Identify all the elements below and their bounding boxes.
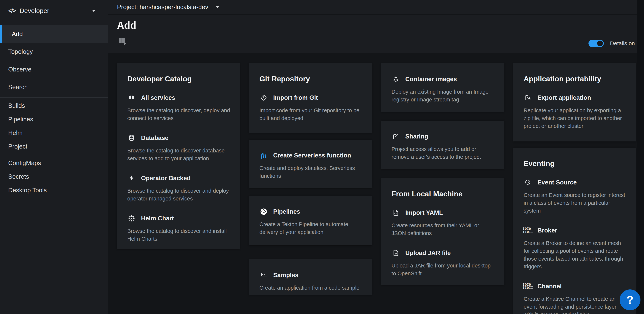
add-action-upload-jar-file[interactable]: Upload JAR fileUpload a JAR file from yo… bbox=[392, 249, 494, 277]
card-column-1: Developer CatalogAll servicesBrowse the … bbox=[117, 63, 240, 249]
action-description: Create an Event source to register inter… bbox=[524, 191, 627, 215]
toggle-knob bbox=[597, 40, 603, 46]
action-description: Project access allows you to add or remo… bbox=[392, 145, 494, 161]
add-action-container-images[interactable]: Container imagesDeploy an existing Image… bbox=[392, 75, 494, 103]
sidebar: </> Developer +AddTopologyObserveSearchB… bbox=[0, 0, 108, 314]
export-icon bbox=[524, 93, 532, 102]
git-icon bbox=[260, 93, 268, 102]
card-pipelines: PipelinesCreate a Tekton Pipeline to aut… bbox=[249, 196, 372, 245]
sidebar-item-label: Builds bbox=[8, 102, 25, 109]
action-description: Create and deploy stateless, Serverless … bbox=[260, 164, 362, 180]
card-developer-catalog: Developer CatalogAll servicesBrowse the … bbox=[117, 63, 240, 249]
action-title: Export application bbox=[538, 94, 591, 101]
nav-group-3: ConfigMapsSecretsDesktop Tools bbox=[0, 155, 108, 197]
sidebar-item-desktop-tools[interactable]: Desktop Tools bbox=[0, 183, 108, 197]
sidebar-item-label: Observe bbox=[8, 66, 32, 73]
action-title: Event Source bbox=[538, 179, 577, 186]
scrollbar-track[interactable] bbox=[637, 0, 644, 314]
details-toggle-switch[interactable] bbox=[588, 40, 604, 47]
action-description: Browse the catalog to discover and deplo… bbox=[127, 187, 230, 203]
action-title: Import from Git bbox=[273, 94, 318, 101]
action-description: Create a Broker to define an event mesh … bbox=[524, 239, 627, 271]
card-group-title: Eventing bbox=[524, 160, 627, 168]
sidebar-item-topology[interactable]: Topology bbox=[0, 43, 108, 60]
add-action-export-application[interactable]: Export applicationReplicate your applica… bbox=[524, 93, 627, 130]
side-nav: +AddTopologyObserveSearchBuildsPipelines… bbox=[0, 22, 108, 197]
action-description: Browse the catalog to discover database … bbox=[127, 147, 230, 162]
sidebar-item-project[interactable]: Project bbox=[0, 140, 108, 153]
sidebar-item-builds[interactable]: Builds bbox=[0, 99, 108, 112]
layers-icon bbox=[392, 75, 400, 83]
action-description: Deploy an existing Image from an Image r… bbox=[392, 88, 494, 103]
card-group-title: From Local Machine bbox=[392, 190, 494, 198]
card-serverless-function: fnCreate Serverless functionCreate and d… bbox=[249, 140, 372, 188]
add-action-channel[interactable]: IOIOIIOIIChannelCreate a Knative Channel… bbox=[524, 282, 627, 314]
binary-icon: IOIOIIOII bbox=[524, 226, 532, 235]
share-icon bbox=[392, 132, 400, 141]
details-toggle-label: Details on bbox=[610, 40, 635, 46]
card-samples: SamplesCreate an application from a code… bbox=[249, 259, 372, 295]
action-title: Create Serverless function bbox=[273, 152, 351, 159]
sidebar-item-secrets[interactable]: Secrets bbox=[0, 170, 108, 183]
quick-start-book-plus-icon[interactable] bbox=[117, 36, 127, 46]
add-action-import-from-git[interactable]: Import from GitImport code from your Git… bbox=[260, 93, 362, 122]
sidebar-item-helm[interactable]: Helm bbox=[0, 126, 108, 140]
sidebar-item-label: Pipelines bbox=[8, 116, 33, 123]
book-icon bbox=[127, 93, 136, 102]
add-action-create-serverless-function[interactable]: fnCreate Serverless functionCreate and d… bbox=[260, 151, 362, 180]
nav-group-2: BuildsPipelinesHelmProject bbox=[0, 97, 108, 153]
card-group-title: Application portability bbox=[524, 75, 627, 83]
sidebar-item-label: Topology bbox=[8, 48, 33, 55]
sidebar-item-pipelines[interactable]: Pipelines bbox=[0, 112, 108, 126]
card-column-4: Application portabilityExport applicatio… bbox=[513, 63, 636, 314]
file-upload-icon bbox=[392, 249, 400, 257]
sidebar-item-label: Desktop Tools bbox=[8, 187, 47, 194]
add-action-pipelines[interactable]: PipelinesCreate a Tekton Pipeline to aut… bbox=[260, 207, 362, 236]
sidebar-item-search[interactable]: Search bbox=[0, 78, 108, 96]
binary-icon: IOIOIIOII bbox=[524, 282, 532, 291]
action-description: Create a Knative Channel to create an ev… bbox=[524, 295, 627, 314]
sidebar-item-label: Secrets bbox=[8, 173, 29, 180]
action-description: Replicate your application by exporting … bbox=[524, 106, 627, 130]
action-description: Browse the catalog to discover, deploy a… bbox=[127, 106, 230, 122]
add-action-sharing[interactable]: SharingProject access allows you to add … bbox=[392, 132, 494, 161]
card-group-title: Git Repository bbox=[260, 75, 362, 83]
add-page-canvas: Developer CatalogAll servicesBrowse the … bbox=[108, 53, 644, 314]
helm-icon bbox=[127, 214, 136, 223]
action-description: Create an application from a code sample bbox=[260, 284, 362, 292]
card-from-local-machine: From Local MachineImport YAMLCreate reso… bbox=[381, 178, 504, 285]
project-selector-label: Project: harshcasper-localsta-dev bbox=[117, 3, 208, 10]
card-column-3: Container imagesDeploy an existing Image… bbox=[381, 63, 504, 285]
caret-down-icon bbox=[92, 10, 96, 12]
add-action-database[interactable]: DatabaseBrowse the catalog to discover d… bbox=[127, 134, 230, 162]
perspective-switcher[interactable]: </> Developer bbox=[0, 0, 108, 22]
add-action-event-source[interactable]: Event SourceCreate an Event source to re… bbox=[524, 178, 627, 215]
help-button[interactable]: ? bbox=[620, 290, 640, 310]
action-title: Operator Backed bbox=[141, 175, 191, 182]
add-action-operator-backed[interactable]: Operator BackedBrowse the catalog to dis… bbox=[127, 174, 230, 203]
add-action-broker[interactable]: IOIOIIOIIBrokerCreate a Broker to define… bbox=[524, 226, 627, 271]
fn-icon: fn bbox=[260, 151, 268, 160]
sidebar-item-observe[interactable]: Observe bbox=[0, 60, 108, 78]
action-description: Create resources from their YAML or JSON… bbox=[392, 222, 494, 237]
action-title: Pipelines bbox=[273, 208, 300, 215]
action-description: Browse the catalog to discover and insta… bbox=[127, 227, 230, 243]
action-title: Samples bbox=[273, 272, 298, 279]
sidebar-item-configmaps[interactable]: ConfigMaps bbox=[0, 156, 108, 170]
masthead: Project: harshcasper-localsta-dev bbox=[108, 0, 644, 14]
add-action-helm-chart[interactable]: Helm ChartBrowse the catalog to discover… bbox=[127, 214, 230, 243]
card-container-images: Container imagesDeploy an existing Image… bbox=[381, 63, 504, 112]
page-header: Add Details on bbox=[108, 15, 644, 53]
add-action-import-yaml[interactable]: Import YAMLCreate resources from their Y… bbox=[392, 209, 494, 237]
add-action-samples[interactable]: SamplesCreate an application from a code… bbox=[260, 271, 362, 292]
laptop-code-icon bbox=[260, 271, 268, 279]
caret-down-icon bbox=[216, 6, 219, 8]
sidebar-item-add[interactable]: +Add bbox=[0, 25, 108, 43]
perspective-label: Developer bbox=[20, 7, 50, 14]
tekton-icon bbox=[260, 207, 268, 216]
action-title: Upload JAR file bbox=[405, 249, 451, 257]
code-icon: </> bbox=[8, 7, 16, 14]
project-selector[interactable]: Project: harshcasper-localsta-dev bbox=[117, 0, 219, 14]
add-action-all-services[interactable]: All servicesBrowse the catalog to discov… bbox=[127, 93, 230, 122]
bolt-icon bbox=[127, 174, 136, 182]
